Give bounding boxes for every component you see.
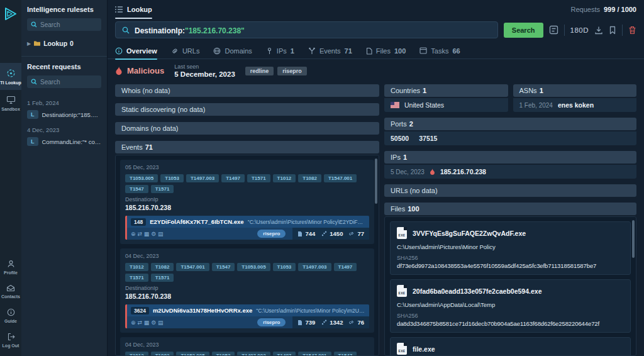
verdict-badge: Malicious [115, 66, 164, 75]
rail-item-ti-lookup[interactable]: TI Lookup [0, 63, 21, 90]
urls-panel-header[interactable]: URLs (no data) [384, 184, 636, 197]
files-panel-header[interactable]: Files100 [384, 203, 636, 215]
ips-panel-header[interactable]: IPs1 [384, 151, 636, 164]
ports-panel-header[interactable]: Ports2 [384, 118, 636, 130]
domains-panel-header[interactable]: Domains (no data) [115, 122, 379, 135]
files-count-icon [297, 320, 303, 326]
rulesets-title: Intelligence rulesets [27, 6, 101, 13]
us-flag-icon [391, 102, 399, 108]
tab-tasks[interactable]: Tasks66 [419, 43, 460, 59]
port-values[interactable]: 5050037515 [391, 135, 437, 142]
mitre-tag: T1012 [273, 174, 296, 182]
files-list: EXE 3VVFYqEs8gSuFAQE2ZwQvAdF.exe C:\User… [384, 216, 636, 356]
recent-request-item[interactable]: L DestinationIp:"185.216.... [27, 110, 101, 119]
rulesets-search[interactable] [27, 18, 101, 31]
rail-item-contacts[interactable]: Contacts [0, 279, 21, 303]
mitre-tag: T1547 [212, 263, 235, 271]
pid-badge: 148 [131, 218, 146, 226]
tree-item-lookup[interactable]: ▶ Lookup 0 [27, 40, 101, 47]
mitre-tag: T1012 [125, 263, 148, 271]
event-card[interactable]: 04 Dec, 2023 T1012T1082T1547.001T1547T10… [120, 248, 374, 333]
port-value[interactable]: 50500 [391, 135, 409, 142]
file-card[interactable]: EXE 20fad6ba0eadd133e057fe2caeb0e594.exe… [390, 279, 631, 333]
whois-panel-header[interactable]: Whois (no data) [115, 84, 379, 97]
caret-right-icon[interactable]: ▶ [27, 41, 31, 47]
bookmark-icon[interactable] [609, 26, 616, 35]
countries-panel: Countries1 United States [384, 84, 508, 112]
left-column: Whois (no data) Static discovering (no d… [115, 84, 379, 356]
events-count-icon [321, 320, 327, 325]
process-card[interactable]: 148 E2YDiFolAf6Kx7KT7_6IbTCN.exe "C:\Use… [125, 216, 369, 240]
tab-ips[interactable]: IPs1 [266, 43, 294, 59]
lookup-badge: L [27, 137, 38, 146]
file-card[interactable]: EXE file.exe C:\Users\admin\AppData\Loca… [390, 337, 631, 356]
exe-file-icon: EXE [397, 343, 407, 355]
main-area: Lookup Requests999 / 1000 DestinationIp:… [108, 0, 644, 356]
rail-item-logout[interactable]: Log Out [0, 328, 21, 352]
event-card[interactable]: 04 Dec, 2023 T1012T1082T1053.005T1053T14… [120, 337, 374, 356]
tab-urls[interactable]: URLs [171, 43, 200, 59]
flame-icon [115, 66, 123, 75]
mitre-tag: T1547.001 [176, 263, 209, 271]
asns-panel-header[interactable]: ASNs1 [513, 84, 637, 97]
mitre-tag: T1571 [151, 274, 174, 282]
port-value[interactable]: 37515 [419, 135, 437, 142]
mitre-tag: T1497.003 [186, 174, 219, 182]
files-scrollbar[interactable] [632, 220, 635, 258]
mitre-tag: T1571 [151, 185, 174, 193]
rail-item-sandbox[interactable]: Sandbox [0, 90, 21, 116]
file-icon [366, 47, 372, 55]
family-pill[interactable]: risepro [257, 230, 286, 238]
process-card[interactable]: 3624 m2UvDNi6va31N78HetHvORRx.exe "C:\Us… [125, 304, 369, 328]
asn-row[interactable]: 1 Feb, 2024 enes koken [513, 98, 637, 112]
tab-domains[interactable]: Domains [213, 43, 252, 59]
rail-item-profile[interactable]: Profile [0, 255, 21, 279]
file-card[interactable]: EXE 3VVFYqEs8gSuFAQE2ZwQvAdF.exe C:\User… [390, 221, 631, 275]
tab-events[interactable]: Events71 [308, 43, 352, 59]
branch-icon [308, 47, 316, 55]
behavior-icons: ⊕ ⇄ ▦ ⚙ ▤ [131, 231, 164, 237]
country-row[interactable]: United States [384, 98, 508, 112]
recent-request-item[interactable]: L CommandLine:"* codiqo... [27, 137, 101, 146]
files-count-icon [297, 231, 303, 237]
monitor-icon [6, 96, 16, 104]
flame-icon [430, 168, 435, 175]
tab-overview[interactable]: Overview [115, 43, 157, 59]
family-pill[interactable]: risepro [257, 318, 286, 326]
mitre-tags: T1053.005T1053T1497.003T1497T1571T1012T1… [125, 174, 369, 193]
info-circle-icon [7, 308, 15, 316]
search-button[interactable]: Search [504, 23, 543, 38]
mitre-tag: T1571 [247, 174, 270, 182]
recent-search[interactable] [27, 75, 101, 88]
query-builder-icon[interactable] [549, 25, 558, 35]
exe-file-icon: EXE [397, 285, 407, 297]
events-scrollbar[interactable] [375, 159, 377, 204]
recent-search-input[interactable] [40, 79, 97, 86]
mitre-tag: T1547.001 [324, 174, 357, 182]
result-tabs: Overview URLs Domains IPs1 Events71 File… [108, 43, 644, 59]
period-selector[interactable]: 180D [570, 26, 589, 34]
files-panel: Files100 EXE 3VVFYqEs8gSuFAQE2ZwQvAdF.ex… [384, 203, 636, 356]
exe-file-icon: EXE [397, 227, 407, 239]
lookup-tab[interactable]: Lookup [115, 0, 152, 19]
delete-icon[interactable] [628, 26, 636, 35]
static-discovering-panel-header[interactable]: Static discovering (no data) [115, 103, 379, 116]
events-panel-header[interactable]: Events71 [115, 141, 379, 153]
query-input[interactable]: DestinationIp:"185.216.70.238" [115, 21, 498, 38]
rail-item-guide[interactable]: Guide [0, 303, 21, 328]
mitre-tag: T1497 [221, 174, 245, 182]
search-icon [31, 79, 37, 85]
mitre-tag: T1497.003 [298, 263, 331, 271]
mitre-tag: T1082 [298, 174, 321, 182]
search-icon [31, 21, 37, 28]
ip-row[interactable]: 5 Dec, 2023 185.216.70.238 [384, 165, 636, 179]
tab-files[interactable]: Files100 [366, 43, 406, 59]
mitre-tag: T1497.003 [237, 352, 270, 356]
rulesets-search-input[interactable] [40, 21, 97, 28]
countries-panel-header[interactable]: Countries1 [384, 84, 508, 97]
event-card[interactable]: 05 Dec, 2023 T1053.005T1053T1497.003T149… [120, 160, 374, 244]
mitre-tag: T1053.005 [176, 352, 209, 356]
family-tag: risepro [277, 67, 307, 75]
anyrun-logo[interactable] [3, 0, 18, 26]
download-icon[interactable] [594, 26, 603, 35]
